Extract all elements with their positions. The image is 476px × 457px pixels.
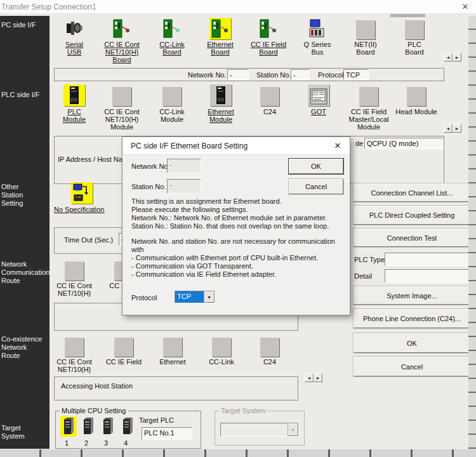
pc-if-netii-board[interactable] — [355, 18, 376, 39]
pc-if-cclink-board-label[interactable]: CC-Link Board — [147, 41, 197, 56]
scroll-left-icon[interactable]: ◄ — [444, 124, 453, 133]
coexist-ethernet[interactable] — [162, 335, 183, 357]
scroll-right-icon[interactable]: ► — [453, 124, 461, 133]
plc-if-ethernet-module-label[interactable]: Ethernet Module — [195, 108, 246, 123]
dialog-body-line: Please execute the following settings. — [131, 206, 248, 213]
top-scrollbar-thumb — [390, 14, 425, 17]
dialog-station-no-field[interactable]: - — [167, 179, 201, 194]
target-system-legend: Target System — [219, 407, 267, 414]
dialog-body-line: - Communication with Ethernet port of CP… — [131, 254, 318, 262]
dialog-station-no-label: Station No. — [131, 183, 166, 190]
plc-direct-coupled-button[interactable]: PLC Direct Coupled Setting — [354, 206, 470, 225]
coexist-ccie-cont-label[interactable]: CC IE Cont NET/10(H) — [49, 358, 100, 373]
protocol-field[interactable]: TCP — [343, 69, 369, 80]
plc-if-head-module-label[interactable]: Head Module — [391, 108, 442, 116]
coexist-ccie-field-label[interactable]: CC IE Field — [98, 358, 149, 366]
cpu1-button[interactable] — [60, 416, 77, 437]
pc-if-ethernet-board-label[interactable]: Ethernet Board — [195, 41, 246, 56]
ok-button[interactable]: OK — [354, 333, 470, 353]
cpu2-button[interactable] — [80, 416, 96, 437]
board-icon — [405, 20, 424, 39]
pc-if-serial-usb-label[interactable]: Serial USB — [49, 41, 100, 56]
pc-if-ccie-cont-board-label[interactable]: CC IE Cont NET/10(H) Board — [96, 41, 147, 63]
plc-if-plc-module-selected[interactable] — [63, 84, 85, 106]
dialog-close-icon[interactable]: ✕ — [331, 140, 345, 152]
plc-if-c24[interactable] — [259, 84, 281, 106]
network-no-field[interactable]: - — [227, 69, 249, 80]
coexist-cclink[interactable] — [211, 335, 232, 357]
cpu-tower-icon — [121, 416, 134, 437]
pc-if-serial-usb[interactable] — [63, 18, 85, 39]
cpu-tower-icon — [62, 416, 75, 437]
detail-label: Detail — [354, 272, 372, 280]
station-no-label: Station No. — [256, 71, 291, 79]
coexist-c24-label[interactable]: C24 — [244, 358, 295, 366]
pc-if-ccie-cont-board[interactable] — [111, 18, 133, 39]
plc-if-ethernet-module[interactable] — [210, 84, 232, 106]
plc-if-got[interactable] — [308, 84, 329, 106]
detail-field — [385, 269, 470, 282]
plc-if-cclink-module[interactable] — [161, 84, 183, 106]
coexist-ethernet-label[interactable]: Ethernet — [147, 358, 198, 366]
pc-if-ccie-field-board[interactable] — [258, 18, 279, 39]
coexist-c24[interactable] — [259, 335, 281, 357]
scroll-left-icon[interactable]: ◄ — [444, 53, 453, 62]
sidebar-item-other-station: Other Station Setting — [1, 183, 23, 208]
plc-if-ccie-cont-module-label[interactable]: CC IE Cont NET/10(H) Module — [96, 108, 147, 131]
plc-if-cclink-module-label[interactable]: CC-Link Module — [147, 108, 197, 123]
cancel-button[interactable]: Cancel — [354, 357, 470, 376]
target-system-dropdown[interactable]: ▼ — [220, 423, 299, 437]
system-image-button[interactable]: System Image... — [354, 286, 470, 305]
net-route-ccie-cont[interactable] — [63, 259, 85, 281]
plc-if-ccie-cont-module[interactable] — [111, 84, 133, 106]
coexist-ccie-cont[interactable] — [63, 335, 85, 357]
cpu-tower-icon — [102, 416, 114, 437]
cpu4-button[interactable] — [119, 416, 136, 437]
plc-if-scroll: ◄ ► — [444, 124, 461, 133]
phone-line-connection-button[interactable]: Phone Line Connection (C24)... — [354, 309, 470, 328]
pc-if-q-series-bus[interactable] — [307, 18, 328, 39]
dialog-ok-button[interactable]: OK — [289, 159, 343, 174]
other-station-no-specification[interactable] — [71, 182, 93, 204]
connection-test-button[interactable]: Connection Test — [354, 228, 470, 247]
sidebar-item-plc-side: PLC side I/F — [1, 91, 40, 99]
pc-if-scroll: ◄ ► — [444, 53, 461, 62]
dialog-body-line: - Communication via IE Field Ethernet ad… — [131, 270, 276, 278]
coexist-ccie-field[interactable] — [113, 335, 135, 357]
net-route-ccie-cont-label[interactable]: CC IE Cont NET/10(H) — [49, 282, 100, 297]
coexist-cclink-label[interactable]: CC-Link — [196, 358, 247, 366]
cpu3-button[interactable] — [100, 416, 116, 437]
plc-if-head-module[interactable] — [406, 84, 427, 106]
pc-if-q-series-bus-label[interactable]: Q Series Bus — [292, 41, 343, 56]
plc-if-plc-module-label[interactable]: PLC Module — [49, 108, 100, 123]
scroll-left-icon[interactable]: ◄ — [305, 373, 314, 382]
multiple-cpu-legend: Multiple CPU Setting — [60, 407, 128, 414]
dialog-cancel-button[interactable]: Cancel — [289, 179, 343, 194]
protocol-label: Protocol — [318, 71, 343, 79]
cpu-mode-field: QCPU (Q mode) — [364, 138, 444, 149]
module-icon — [65, 338, 84, 357]
pc-if-ethernet-board-selected[interactable] — [209, 18, 231, 39]
scroll-right-icon[interactable]: ► — [453, 53, 461, 62]
pc-if-plc-board-label[interactable]: PLC Board — [389, 41, 440, 56]
plc-module-icon — [69, 86, 79, 106]
no-specification-label[interactable]: No Specification — [54, 206, 111, 213]
dialog-body-line: Network No.: Network No. of Ethernet mod… — [131, 214, 327, 222]
station-no-field[interactable]: - — [291, 69, 310, 80]
pc-if-netii-board-label[interactable]: NET(II) Board — [340, 41, 391, 56]
pc-if-plc-board[interactable] — [404, 18, 425, 39]
ethernet-board-setting-dialog: PC side I/F Ethernet Board Setting ✕ Net… — [122, 136, 350, 315]
window-close-icon[interactable]: ✕ — [457, 1, 473, 13]
pc-if-ccie-field-board-label[interactable]: CC IE Field Board — [243, 41, 294, 56]
got-icon — [310, 88, 327, 106]
plc-if-ccie-field-module-label[interactable]: CC IE Field Master/Local Module — [342, 108, 395, 131]
plc-if-c24-label[interactable]: C24 — [244, 108, 295, 116]
dialog-network-no-field[interactable]: - — [167, 159, 201, 173]
connection-channel-list-button[interactable]: Connection Channel List... — [354, 183, 470, 202]
dialog-protocol-dropdown[interactable]: TCP ▼ — [175, 291, 215, 303]
pc-if-cclink-board[interactable] — [161, 18, 183, 39]
scroll-right-icon[interactable]: ► — [314, 373, 322, 382]
dialog-body-line: This setting is an assignment for Ethern… — [131, 197, 282, 205]
plc-if-ccie-field-module[interactable] — [358, 84, 380, 106]
plc-if-got-label[interactable]: GOT — [293, 108, 344, 116]
